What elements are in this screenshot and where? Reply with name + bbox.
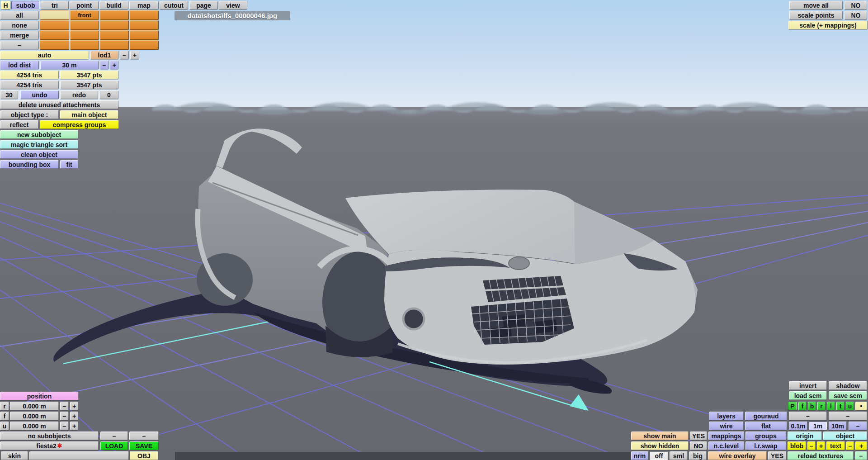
text-button[interactable]: text: [826, 441, 845, 450]
scale-mappings-button[interactable]: scale (+ mappings): [788, 21, 868, 29]
select-grid-cell-r1c3[interactable]: [130, 20, 159, 30]
view-top-button[interactable]: t: [836, 402, 844, 410]
invert-button[interactable]: invert: [789, 381, 827, 390]
wire-overlay-value[interactable]: YES: [768, 451, 786, 460]
position-r-plus-button[interactable]: +: [70, 402, 78, 410]
select-dash-button[interactable]: –: [0, 41, 39, 49]
new-subobject-button[interactable]: new subobject: [0, 130, 78, 139]
select-grid-cell-r3c0[interactable]: [40, 40, 69, 50]
menu-tab-page[interactable]: page: [189, 1, 218, 9]
text-minus-button[interactable]: –: [846, 441, 854, 450]
menu-tab-build[interactable]: build: [99, 1, 128, 9]
car-model[interactable]: [197, 128, 698, 365]
reflect-button[interactable]: reflect: [0, 120, 38, 129]
select-grid-cell-r2c1[interactable]: [70, 30, 99, 40]
magic-triangle-sort-button[interactable]: magic triangle sort: [0, 140, 78, 149]
nrm-sml-button[interactable]: sml: [670, 451, 688, 460]
lr-swap-button[interactable]: l.r.swap: [745, 441, 786, 450]
menu-tab-tri[interactable]: tri: [41, 1, 69, 9]
reload-textures-dash-button[interactable]: –: [855, 451, 867, 460]
redo-button[interactable]: redo: [60, 90, 98, 99]
select-grid-cell-r3c2[interactable]: [100, 40, 129, 50]
view-back-button[interactable]: b: [808, 402, 816, 410]
flat-button[interactable]: flat: [745, 422, 787, 430]
menu-tab-point[interactable]: point: [70, 1, 99, 9]
text-plus-button[interactable]: +: [855, 441, 867, 450]
show-main-value[interactable]: YES: [690, 432, 707, 440]
no-subobjects-label[interactable]: no subobjects: [0, 432, 99, 440]
load-scm-button[interactable]: load scm: [789, 391, 827, 400]
select-grid-cell-r1c2[interactable]: [100, 20, 129, 30]
view-dot-button[interactable]: •: [855, 402, 867, 410]
gouraud-button[interactable]: gouraud: [745, 412, 787, 420]
lod-auto-button[interactable]: auto: [0, 51, 89, 59]
subobject-prev-button[interactable]: –: [100, 432, 128, 440]
lod-dist-minus-button[interactable]: –: [100, 61, 108, 69]
show-main-button[interactable]: show main: [631, 432, 689, 440]
view-front-button[interactable]: f: [798, 402, 807, 410]
lod-minus-button[interactable]: –: [120, 51, 129, 59]
position-u-minus-button[interactable]: –: [60, 422, 69, 430]
lod-current-button[interactable]: lod1: [90, 51, 118, 59]
menu-tab-map[interactable]: map: [129, 1, 159, 9]
menu-tab-subob[interactable]: subob: [11, 1, 40, 9]
lod-dist-plus-button[interactable]: +: [110, 61, 118, 69]
position-u-plus-button[interactable]: +: [70, 422, 78, 430]
select-grid-cell-r3c3[interactable]: [130, 40, 159, 50]
select-grid-cell-r1c0[interactable]: [40, 20, 69, 30]
view-under-button[interactable]: u: [846, 402, 854, 410]
blob-plus-button[interactable]: +: [817, 441, 825, 450]
viewport-3d[interactable]: [0, 0, 868, 460]
origin-button[interactable]: origin: [788, 432, 822, 440]
delete-unused-attachments-button[interactable]: delete unused attachments: [0, 100, 118, 109]
skin-name-field[interactable]: [29, 451, 129, 460]
subobject-next-button[interactable]: –: [129, 432, 159, 440]
skin-button[interactable]: skin: [1, 451, 28, 460]
nc-level-button[interactable]: n.c.level: [708, 441, 744, 450]
grid-10m-button[interactable]: 10m: [829, 422, 847, 430]
position-f-minus-button[interactable]: –: [60, 412, 69, 420]
select-grid-cell-r2c0[interactable]: [40, 30, 69, 40]
select-grid-cell-r3c1[interactable]: [70, 40, 99, 50]
save-button[interactable]: SAVE: [129, 441, 159, 450]
grid-01m-button[interactable]: 0.1m: [789, 422, 807, 430]
bounding-box-fit-button[interactable]: fit: [60, 160, 78, 169]
layers-dash-a-button[interactable]: –: [789, 412, 827, 420]
save-scm-button[interactable]: save scm: [829, 391, 867, 400]
blob-minus-button[interactable]: –: [807, 441, 816, 450]
select-all-button[interactable]: all: [0, 11, 39, 19]
undo-button[interactable]: undo: [20, 90, 59, 99]
view-perspective-button[interactable]: P: [788, 402, 797, 410]
select-grid-cell-r1c1[interactable]: [70, 20, 99, 30]
position-u-value[interactable]: 0.000 m: [10, 422, 59, 430]
menu-tab-cutout[interactable]: cutout: [160, 1, 188, 9]
layers-dash-b-button[interactable]: –: [829, 412, 867, 420]
layers-button[interactable]: layers: [709, 412, 744, 420]
compress-groups-button[interactable]: compress groups: [40, 120, 119, 129]
wire-overlay-button[interactable]: wire overlay: [708, 451, 767, 460]
nrm-button[interactable]: nrm: [631, 451, 648, 460]
grid-1m-button[interactable]: 1m: [809, 422, 827, 430]
model-name-field[interactable]: fiesta2✱: [0, 441, 99, 450]
groups-button[interactable]: groups: [745, 432, 786, 440]
move-all-button[interactable]: move all: [789, 1, 843, 9]
select-grid-cell-r2c3[interactable]: [130, 30, 159, 40]
select-none-button[interactable]: none: [0, 21, 39, 29]
select-merge-button[interactable]: merge: [0, 31, 39, 39]
lod-plus-button[interactable]: +: [130, 51, 139, 59]
move-all-value[interactable]: NO: [844, 1, 867, 9]
wire-button[interactable]: wire: [709, 422, 744, 430]
menu-hide-button[interactable]: H: [1, 1, 10, 9]
lod-dist-value[interactable]: 30 m: [40, 61, 99, 69]
select-grid-cell-r2c2[interactable]: [100, 30, 129, 40]
blob-button[interactable]: blob: [788, 441, 806, 450]
position-r-minus-button[interactable]: –: [60, 402, 69, 410]
mappings-button[interactable]: mappings: [708, 432, 744, 440]
shadow-button[interactable]: shadow: [829, 381, 867, 390]
view-left-button[interactable]: l: [827, 402, 835, 410]
clean-object-button[interactable]: clean object: [0, 150, 78, 159]
nrm-big-button[interactable]: big: [689, 451, 707, 460]
reload-textures-button[interactable]: reload textures: [788, 451, 854, 460]
grid-dash-button[interactable]: –: [849, 422, 867, 430]
object-button[interactable]: object: [823, 432, 867, 440]
